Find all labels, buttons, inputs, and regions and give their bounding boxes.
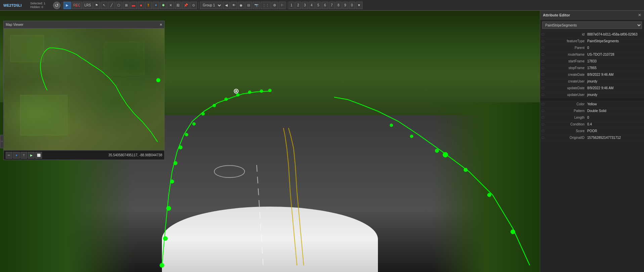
attr-row-condition: ☐ Condition 0.4 [540, 121, 644, 128]
attr-key-length: Length [546, 115, 586, 120]
sv-car-hood [162, 207, 378, 272]
selection-info: Selected: 1 Hidden: 0 [29, 2, 52, 9]
num-3[interactable]: 3 [302, 2, 308, 9]
attr-cb-score[interactable]: ☐ [540, 129, 546, 133]
num-1[interactable]: 1 [289, 2, 295, 9]
attr-cb-originalid[interactable]: ☐ [540, 136, 546, 140]
attr-cb-featuretype[interactable]: ☐ [540, 40, 546, 43]
eye2-btn[interactable]: ◉ [238, 2, 245, 9]
map-close-btn[interactable]: ✕ [160, 23, 162, 26]
num-9[interactable]: 9 [342, 2, 348, 9]
attr-row-routename: ☐ routeName US-TDOT-210728 [540, 51, 644, 58]
num-5[interactable]: 5 [315, 2, 321, 9]
attr-val-updateuser: jmurdy [586, 92, 644, 97]
attr-key-stopframe: stopFrame [546, 65, 586, 70]
flag-btn[interactable]: ⚑ [93, 2, 100, 9]
attr-key-createdate: createDate [546, 72, 586, 77]
attr-close-btn[interactable]: ✕ [638, 13, 641, 17]
group-prev-btn[interactable]: ◀ [223, 2, 230, 9]
map-text-btn[interactable]: T [20, 152, 27, 159]
attr-section-gap [540, 98, 644, 101]
rec-btn[interactable]: REC [72, 2, 82, 9]
attr-row-updatedate: ☐ updateDate 8/9/2022 9:46 AM [540, 85, 644, 92]
attr-cb-condition[interactable]: ☐ [540, 123, 546, 126]
num-8[interactable]: 8 [336, 2, 342, 9]
map-edit-btn[interactable]: ✏ [6, 152, 12, 159]
camera-btn[interactable]: 📷 [253, 2, 260, 9]
circle-btn[interactable]: ⊙ [190, 2, 197, 9]
app-icon-btn[interactable]: ↺ [53, 2, 60, 9]
attr-row-color: ☐ Color Yellow [540, 101, 644, 108]
num-0[interactable]: 0 [349, 2, 355, 9]
attr-val-color: Yellow [586, 102, 644, 107]
attr-cb-updatedate[interactable]: ☐ [540, 87, 546, 90]
num-7[interactable]: 7 [329, 2, 335, 9]
svg-rect-29 [20, 95, 67, 135]
attr-val-stopframe: 17865 [586, 65, 644, 70]
svg-point-26 [156, 78, 160, 82]
attr-row-startframe: ☐ startFrame 17833 [540, 58, 644, 65]
num-2[interactable]: 2 [295, 2, 301, 9]
attr-cb-createdate[interactable]: ☐ [540, 73, 546, 76]
attr-cb-updateuser[interactable]: ☐ [540, 93, 546, 97]
map-dot-btn[interactable]: ● [13, 152, 20, 159]
map-rect-btn[interactable]: ⬜ [35, 152, 42, 159]
x-btn[interactable]: ✕ [167, 2, 174, 9]
attr-val-featuretype: PaintStripeSegments [586, 39, 644, 44]
main-toolbar: WE2TD5LI Selected: 1 Hidden: 0 ↺ ▶ REC L… [0, 0, 644, 11]
attr-layer-select[interactable]: PaintStripeSegments [542, 21, 642, 29]
map-content[interactable] [4, 29, 164, 150]
multi-btn[interactable]: ⋮⋮ [261, 2, 271, 9]
attr-val-updatedate: 8/9/2022 9:46 AM [586, 86, 644, 91]
sep1 [62, 2, 62, 9]
main-view: Map Viewer ✕ ✏ ● T ▶ ⬜ [0, 11, 540, 272]
attr-key-routename: routeName [546, 52, 586, 57]
attr-key-updateuser: updateUser [546, 92, 586, 97]
line-btn[interactable]: ╱ [108, 2, 115, 9]
attr-cb-stopframe[interactable]: ☐ [540, 66, 546, 70]
attr-cb-createuser[interactable]: ☐ [540, 80, 546, 83]
attr-cb-parent[interactable]: ☐ [540, 46, 546, 50]
attr-cb-id[interactable]: ☐ [540, 33, 546, 36]
pin-btn[interactable]: 📌 [182, 2, 189, 9]
attr-cb-length[interactable]: ☐ [540, 116, 546, 119]
cursor-btn[interactable]: ↖ [101, 2, 108, 9]
star-btn[interactable]: ✦ [153, 2, 159, 9]
attr-cb-pattern[interactable]: ☐ [540, 109, 546, 113]
num-dropdown[interactable]: ▼ [356, 2, 362, 9]
flag2-btn[interactable]: ⚐ [279, 2, 286, 9]
attr-key-pattern: Pattern [546, 108, 586, 113]
polygon-btn[interactable]: ⬠ [116, 2, 122, 9]
group-select[interactable]: Group 1 [200, 2, 222, 9]
stop-btn[interactable]: ■ [138, 2, 144, 9]
attr-cb-color[interactable]: ☐ [540, 103, 546, 106]
asterisk-btn[interactable]: ✱ [160, 2, 167, 9]
svg-rect-28 [104, 42, 144, 75]
lrs-btn[interactable]: LRS [83, 2, 92, 9]
map-viewer-title: Map Viewer [6, 23, 24, 26]
settings-btn[interactable]: ⚙ [271, 2, 278, 9]
sep3 [287, 2, 287, 9]
attr-row-parent: ☐ Parent 0 [540, 45, 644, 51]
collapse-handle[interactable]: ‹ [0, 135, 4, 148]
svg-rect-27 [10, 35, 44, 62]
play-btn[interactable]: ▶ [63, 2, 71, 9]
attr-cb-routename[interactable]: ☐ [540, 53, 546, 56]
grid-btn[interactable]: ⊞ [123, 2, 130, 9]
num-4[interactable]: 4 [309, 2, 315, 9]
attr-key-color: Color [546, 102, 586, 107]
map-layer-btn[interactable]: ▶ [28, 152, 35, 159]
attr-row-stopframe: ☐ stopFrame 17865 [540, 65, 644, 71]
map-viewer: Map Viewer ✕ ✏ ● T ▶ ⬜ [3, 21, 165, 160]
attr-key-updatedate: updateDate [546, 86, 586, 91]
attr-editor-title: Attribute Editor [543, 13, 570, 17]
rect-btn[interactable]: ▬ [130, 2, 137, 9]
eye-btn[interactable]: 👁 [230, 2, 237, 9]
exclaim-btn[interactable]: ‼ [145, 2, 152, 9]
layers-btn[interactable]: ⊟ [245, 2, 252, 9]
attr-cb-startframe[interactable]: ☐ [540, 60, 546, 63]
attr-key-createuser: createUser [546, 79, 586, 84]
link-btn[interactable]: ⛓ [175, 2, 181, 9]
num-6[interactable]: 6 [322, 2, 328, 9]
attr-key-condition: Condition [546, 122, 586, 127]
